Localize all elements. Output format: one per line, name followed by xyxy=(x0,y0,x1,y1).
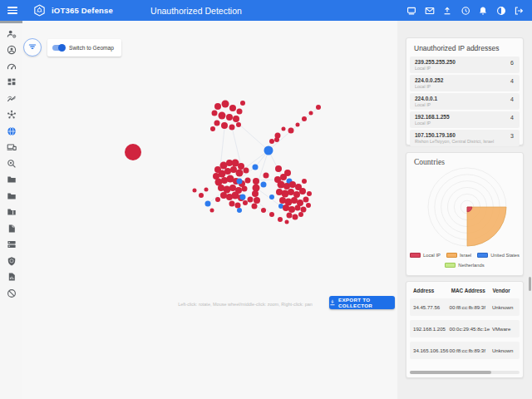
graph-node[interactable] xyxy=(307,191,312,196)
graph-node[interactable] xyxy=(254,197,260,204)
manage-accounts-icon[interactable] xyxy=(7,27,17,37)
graph-node[interactable] xyxy=(245,178,251,184)
ip-list-item[interactable]: 239.255.255.250Local IP6 xyxy=(410,57,520,73)
geomap-toggle[interactable] xyxy=(52,45,65,51)
graph-node[interactable] xyxy=(253,165,259,170)
legend-item[interactable]: United States xyxy=(477,253,520,258)
graph-node[interactable] xyxy=(287,213,293,219)
graph-node[interactable] xyxy=(301,207,307,213)
graph-node[interactable] xyxy=(316,105,321,110)
export-to-collector-button[interactable]: EXPORT TO COLLECTOR xyxy=(329,296,395,309)
graph-node[interactable] xyxy=(280,174,287,180)
graph-node[interactable] xyxy=(309,111,313,116)
graph-node[interactable] xyxy=(295,205,301,211)
graph-node[interactable] xyxy=(291,197,298,204)
graph-node[interactable] xyxy=(229,185,236,191)
graph-node[interactable] xyxy=(242,186,248,192)
graph-node[interactable] xyxy=(288,128,294,134)
panel-vscrollbar-thumb[interactable] xyxy=(529,277,531,291)
graph-node[interactable] xyxy=(288,206,295,213)
table-header-cell[interactable]: Vendor xyxy=(492,288,516,293)
graph-node[interactable] xyxy=(214,121,220,126)
graph-node[interactable] xyxy=(282,127,286,131)
graph-node[interactable] xyxy=(303,197,309,203)
folder-icon-2[interactable] xyxy=(7,190,17,200)
graph-node[interactable] xyxy=(293,214,298,220)
force-graph[interactable] xyxy=(22,21,397,399)
graph-node[interactable] xyxy=(275,165,282,172)
ip-list-item[interactable]: 224.0.0.252Local IP4 xyxy=(410,75,520,91)
search-document-icon[interactable] xyxy=(7,157,17,167)
network-graph-canvas[interactable]: Switch to Geomap Left-click: rotate, Mou… xyxy=(22,21,397,399)
table-row[interactable]: 192.168.1.20500:0c:29:45:8c:1eVMware xyxy=(410,320,520,337)
dashboard-gauge-icon[interactable] xyxy=(7,60,17,70)
graph-node[interactable] xyxy=(236,170,244,177)
mail-icon[interactable] xyxy=(425,6,435,16)
hub-icon[interactable] xyxy=(7,108,17,118)
graph-node[interactable] xyxy=(125,144,141,160)
folder-library-icon[interactable] xyxy=(7,205,17,215)
graph-node[interactable] xyxy=(306,203,311,208)
graph-node[interactable] xyxy=(302,179,307,184)
globe-icon[interactable] xyxy=(7,125,17,135)
graph-node[interactable] xyxy=(212,111,218,116)
notifications-icon[interactable] xyxy=(478,6,488,16)
graph-node[interactable] xyxy=(244,168,249,174)
legend-item[interactable]: Local IP xyxy=(410,253,441,258)
graph-node[interactable] xyxy=(205,201,211,207)
graph-node[interactable] xyxy=(278,181,285,189)
block-icon[interactable] xyxy=(7,287,17,297)
graph-node[interactable] xyxy=(274,137,279,142)
graph-node[interactable] xyxy=(261,182,267,188)
graph-node[interactable] xyxy=(282,190,289,198)
folder-icon[interactable] xyxy=(7,173,17,183)
legend-item[interactable]: Netherlands xyxy=(445,263,484,268)
document-icon[interactable] xyxy=(7,222,17,232)
graph-node[interactable] xyxy=(293,191,300,198)
graph-node[interactable] xyxy=(229,105,236,111)
multiline-chart-icon[interactable] xyxy=(7,92,17,102)
sidebar-scroll-track[interactable] xyxy=(0,21,22,23)
graph-node[interactable] xyxy=(210,209,214,213)
graph-node[interactable] xyxy=(226,114,233,121)
ip-list-item[interactable]: 107.150.179.160Rishon LeTsiyyon, Central… xyxy=(410,130,520,146)
devices-icon[interactable] xyxy=(7,140,17,150)
graph-node[interactable] xyxy=(253,178,259,185)
graph-node[interactable] xyxy=(240,101,245,106)
graph-node[interactable] xyxy=(235,203,241,209)
table-header-cell[interactable]: Address xyxy=(413,288,451,293)
upload-icon[interactable] xyxy=(442,6,452,16)
table-row[interactable]: 34.45.77.5600:f8:cc:fb:89:3fUnknown xyxy=(410,298,520,316)
graph-node[interactable] xyxy=(261,208,266,213)
graph-node[interactable] xyxy=(289,181,296,188)
graph-node[interactable] xyxy=(199,193,204,198)
graph-node[interactable] xyxy=(233,116,239,122)
graph-node[interactable] xyxy=(248,197,254,203)
graph-node[interactable] xyxy=(237,109,243,115)
graph-node[interactable] xyxy=(264,146,273,155)
graph-node[interactable] xyxy=(219,112,226,120)
graph-node[interactable] xyxy=(252,204,258,209)
hamburger-menu-icon[interactable] xyxy=(7,7,17,13)
rows-icon[interactable] xyxy=(7,238,17,248)
graph-node[interactable] xyxy=(269,139,274,144)
legend-item[interactable]: Israel xyxy=(446,253,471,258)
graph-node[interactable] xyxy=(220,192,227,199)
logout-icon[interactable] xyxy=(514,6,524,16)
graph-node[interactable] xyxy=(229,125,235,131)
ip-list-item[interactable]: 192.168.1.255Local IP4 xyxy=(410,111,520,128)
graph-node[interactable] xyxy=(299,188,306,195)
graph-node[interactable] xyxy=(214,103,221,110)
graph-node[interactable] xyxy=(252,190,259,197)
graph-node[interactable] xyxy=(236,122,241,127)
graph-node[interactable] xyxy=(210,126,215,131)
table-header-cell[interactable]: MAC Address xyxy=(451,288,493,293)
graph-node[interactable] xyxy=(302,116,307,121)
graph-node[interactable] xyxy=(229,201,235,207)
graph-node[interactable] xyxy=(296,123,300,127)
graph-node[interactable] xyxy=(221,122,228,129)
graph-node[interactable] xyxy=(243,200,248,205)
shield-icon[interactable] xyxy=(7,254,17,264)
graph-node[interactable] xyxy=(283,183,290,190)
graph-node[interactable] xyxy=(269,195,274,200)
